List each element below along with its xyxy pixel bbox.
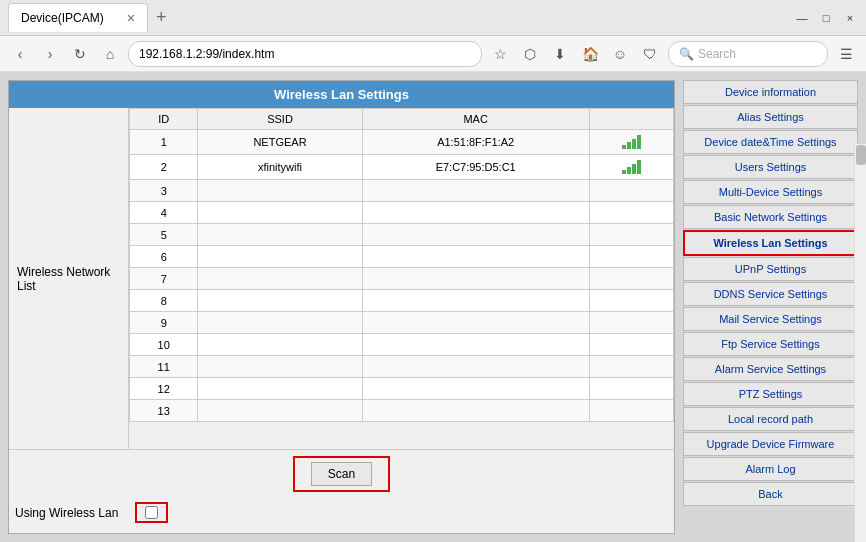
table-row[interactable]: 8 <box>130 290 674 312</box>
signal-bar <box>627 167 631 174</box>
col-ssid: SSID <box>198 109 362 130</box>
table-row[interactable]: 3 <box>130 180 674 202</box>
tab-close-button[interactable]: × <box>127 10 135 26</box>
cell-id: 5 <box>130 224 198 246</box>
signal-bar <box>622 170 626 174</box>
cell-signal <box>589 312 673 334</box>
right-scrollbar[interactable] <box>854 144 866 542</box>
col-mac: MAC <box>362 109 589 130</box>
home-button[interactable]: ⌂ <box>98 42 122 66</box>
sidebar-item-10[interactable]: Ftp Service Settings <box>683 332 858 356</box>
sidebar-item-11[interactable]: Alarm Service Settings <box>683 357 858 381</box>
sidebar-item-15[interactable]: Alarm Log <box>683 457 858 481</box>
cell-mac <box>362 180 589 202</box>
cell-id: 7 <box>130 268 198 290</box>
address-bar: ‹ › ↻ ⌂ ☆ ⬡ ⬇ 🏠 ☺ 🛡 🔍 Search ☰ <box>0 36 866 72</box>
table-row[interactable]: 1NETGEARA1:51:8F:F1:A2 <box>130 130 674 155</box>
close-button[interactable]: × <box>842 10 858 26</box>
table-row[interactable]: 11 <box>130 356 674 378</box>
cell-signal <box>589 224 673 246</box>
profile-icon[interactable]: ☺ <box>608 42 632 66</box>
sidebar-item-1[interactable]: Alias Settings <box>683 105 858 129</box>
signal-bars <box>622 133 641 149</box>
cell-ssid <box>198 180 362 202</box>
cell-id: 2 <box>130 155 198 180</box>
search-input[interactable]: 🔍 Search <box>668 41 828 67</box>
new-tab-button[interactable]: + <box>148 7 175 28</box>
cell-mac <box>362 378 589 400</box>
cell-signal <box>589 202 673 224</box>
cell-mac <box>362 356 589 378</box>
table-row[interactable]: 10 <box>130 334 674 356</box>
table-row[interactable]: 4 <box>130 202 674 224</box>
signal-bar <box>627 142 631 149</box>
cell-mac <box>362 290 589 312</box>
sidebar-item-8[interactable]: DDNS Service Settings <box>683 282 858 306</box>
search-placeholder: Search <box>698 47 736 61</box>
title-bar: Device(IPCAM) × + — □ × <box>0 0 866 36</box>
cell-mac <box>362 400 589 422</box>
cell-ssid <box>198 224 362 246</box>
address-input[interactable] <box>128 41 482 67</box>
sidebar-item-5[interactable]: Basic Network Settings <box>683 205 858 229</box>
signal-bar <box>637 135 641 149</box>
browser-tab[interactable]: Device(IPCAM) × <box>8 3 148 32</box>
reload-button[interactable]: ↻ <box>68 42 92 66</box>
sidebar-item-16[interactable]: Back <box>683 482 858 506</box>
scrollbar-thumb[interactable] <box>856 145 866 165</box>
sidebar-item-12[interactable]: PTZ Settings <box>683 382 858 406</box>
cell-id: 8 <box>130 290 198 312</box>
table-row[interactable]: 5 <box>130 224 674 246</box>
menu-icon[interactable]: ☰ <box>834 42 858 66</box>
forward-button[interactable]: › <box>38 42 62 66</box>
cell-mac: E7:C7:95:D5:C1 <box>362 155 589 180</box>
tab-title: Device(IPCAM) <box>21 11 104 25</box>
sidebar-item-7[interactable]: UPnP Settings <box>683 257 858 281</box>
back-button[interactable]: ‹ <box>8 42 32 66</box>
table-row[interactable]: 6 <box>130 246 674 268</box>
cell-ssid <box>198 202 362 224</box>
cell-ssid <box>198 334 362 356</box>
window-controls: — □ × <box>794 10 858 26</box>
col-signal <box>589 109 673 130</box>
sidebar-item-2[interactable]: Device date&Time Settings <box>683 130 858 154</box>
wireless-row: Using Wireless Lan <box>15 498 668 527</box>
cell-id: 3 <box>130 180 198 202</box>
bottom-area: Scan Using Wireless Lan <box>9 449 674 533</box>
minimize-button[interactable]: — <box>794 10 810 26</box>
scan-button[interactable]: Scan <box>311 462 372 486</box>
table-row[interactable]: 2xfinitywifiE7:C7:95:D5:C1 <box>130 155 674 180</box>
shield-icon[interactable]: 🛡 <box>638 42 662 66</box>
sidebar-item-4[interactable]: Multi-Device Settings <box>683 180 858 204</box>
scan-button-area: Scan <box>293 456 390 492</box>
table-row[interactable]: 12 <box>130 378 674 400</box>
wireless-checkbox[interactable] <box>145 506 158 519</box>
network-table: ID SSID MAC 1NETGEARA1:51:8F:F1:A22xfini… <box>129 108 674 422</box>
cell-ssid <box>198 378 362 400</box>
sidebar-item-0[interactable]: Device information <box>683 80 858 104</box>
sidebar-item-14[interactable]: Upgrade Device Firmware <box>683 432 858 456</box>
using-wireless-label: Using Wireless Lan <box>15 506 135 520</box>
bookmark-icon[interactable]: ☆ <box>488 42 512 66</box>
cell-signal <box>589 400 673 422</box>
download-icon[interactable]: ⬇ <box>548 42 572 66</box>
search-icon: 🔍 <box>679 47 694 61</box>
sidebar-item-3[interactable]: Users Settings <box>683 155 858 179</box>
collections-icon[interactable]: ⬡ <box>518 42 542 66</box>
cell-ssid <box>198 312 362 334</box>
restore-button[interactable]: □ <box>818 10 834 26</box>
sidebar-item-6[interactable]: Wireless Lan Settings <box>683 230 858 256</box>
table-row[interactable]: 9 <box>130 312 674 334</box>
cell-ssid: NETGEAR <box>198 130 362 155</box>
cell-id: 12 <box>130 378 198 400</box>
cell-id: 4 <box>130 202 198 224</box>
cell-signal <box>589 155 673 180</box>
table-row[interactable]: 7 <box>130 268 674 290</box>
cell-mac <box>362 268 589 290</box>
home2-icon[interactable]: 🏠 <box>578 42 602 66</box>
sidebar-item-9[interactable]: Mail Service Settings <box>683 307 858 331</box>
cell-mac <box>362 334 589 356</box>
table-row[interactable]: 13 <box>130 400 674 422</box>
cell-id: 13 <box>130 400 198 422</box>
sidebar-item-13[interactable]: Local record path <box>683 407 858 431</box>
